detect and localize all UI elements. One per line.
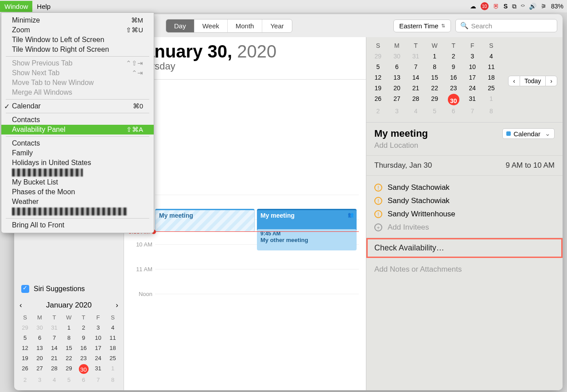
calendar-day[interactable]: 24 xyxy=(463,83,482,93)
calendar-select[interactable]: Calendar xyxy=(502,128,555,139)
calendar-day[interactable]: 3 xyxy=(92,323,105,332)
calendar-day[interactable]: 8 xyxy=(426,62,444,72)
calendar-day[interactable]: 29 xyxy=(426,94,444,105)
location-field[interactable]: Add Location xyxy=(374,141,555,150)
calendar-day[interactable]: 31 xyxy=(407,51,425,61)
calendar-day[interactable]: 1 xyxy=(62,323,75,332)
calendar-day[interactable]: 6 xyxy=(77,376,90,384)
calendar-day[interactable]: 25 xyxy=(106,354,119,362)
menu-availability-panel[interactable]: Availability Panel⇧⌘A xyxy=(1,125,154,135)
calendar-day[interactable]: 29 xyxy=(62,364,75,374)
calendar-day[interactable]: 25 xyxy=(482,83,501,93)
calendar-day[interactable]: 16 xyxy=(444,73,462,82)
calendar-day[interactable]: 4 xyxy=(482,51,501,61)
calendar-day[interactable]: 28 xyxy=(48,364,61,374)
menu-calendar-window[interactable]: Calendar⌘0 xyxy=(1,101,154,111)
calendar-day[interactable]: 17 xyxy=(92,344,105,352)
add-invitees[interactable]: Add Invitees xyxy=(374,221,555,234)
check-availability-button[interactable]: Check Availability… xyxy=(366,238,563,258)
calendar-day[interactable]: 9 xyxy=(77,334,90,342)
notes-field[interactable]: Add Notes or Attachments xyxy=(366,258,563,281)
calendar-day[interactable]: 13 xyxy=(33,344,46,352)
sidebar-siri-suggestions[interactable]: Siri Suggestions xyxy=(14,282,124,296)
calendar-day[interactable]: 30 xyxy=(33,323,46,332)
calendar-day[interactable]: 2 xyxy=(444,51,462,61)
calendar-day[interactable]: 23 xyxy=(444,83,462,93)
calendar-day[interactable]: 23 xyxy=(77,354,90,362)
calendar-day[interactable]: 7 xyxy=(48,334,61,342)
volume-icon[interactable]: 🔊 xyxy=(529,3,536,10)
calendar-day[interactable]: 22 xyxy=(426,83,444,93)
today-button[interactable]: Today xyxy=(520,76,545,86)
calendar-day[interactable]: 2 xyxy=(369,106,387,116)
calendar-day[interactable]: 18 xyxy=(106,344,119,352)
calendar-day[interactable]: 5 xyxy=(369,62,387,72)
calendar-day[interactable]: 1 xyxy=(426,51,444,61)
menu-minimize[interactable]: Minimize⌘M xyxy=(1,15,154,25)
calendar-day[interactable]: 26 xyxy=(19,364,31,374)
view-segmented-control[interactable]: Day Week Month Year xyxy=(166,19,292,33)
window-menu-dropdown[interactable]: Minimize⌘M Zoom⇧⌘U Tile Window to Left o… xyxy=(1,12,154,233)
calendar-day[interactable]: 21 xyxy=(407,83,425,93)
calendar-day[interactable]: 1 xyxy=(106,364,119,374)
menu-help[interactable]: Help xyxy=(32,1,55,12)
calendar-day[interactable]: 31 xyxy=(463,94,482,105)
menu-bring-all-front[interactable]: Bring All to Front xyxy=(1,220,154,230)
calendar-day[interactable]: 29 xyxy=(369,51,387,61)
notification-icon[interactable]: 10 xyxy=(481,2,489,10)
calendar-day[interactable]: 24 xyxy=(92,354,105,362)
menu-tile-left[interactable]: Tile Window to Left of Screen xyxy=(1,35,154,45)
calendar-day[interactable]: 14 xyxy=(407,73,425,82)
menu-zoom[interactable]: Zoom⇧⌘U xyxy=(1,25,154,35)
checkbox-icon[interactable] xyxy=(21,285,29,293)
calendar-day[interactable]: 30 xyxy=(448,94,459,105)
view-week[interactable]: Week xyxy=(194,19,228,32)
calendar-day[interactable]: 26 xyxy=(369,94,387,105)
calendar-day[interactable]: 20 xyxy=(388,83,406,93)
menu-holidays[interactable]: Holidays in United States xyxy=(1,158,154,168)
calendar-day[interactable]: 18 xyxy=(482,73,501,82)
next-button[interactable]: › xyxy=(545,76,557,86)
calendar-day[interactable]: 2 xyxy=(77,323,90,332)
calendar-day[interactable]: 19 xyxy=(19,354,31,362)
search-input[interactable]: 🔍 Search xyxy=(455,19,557,32)
view-month[interactable]: Month xyxy=(228,19,263,32)
calendar-day[interactable]: 3 xyxy=(388,106,406,116)
calendar-day[interactable]: 6 xyxy=(444,106,462,116)
invitee-row[interactable]: !Sandy Writtenhouse xyxy=(374,208,555,221)
calendar-day[interactable]: 12 xyxy=(19,344,31,352)
view-day[interactable]: Day xyxy=(166,19,194,32)
calendar-day[interactable]: 8 xyxy=(482,106,501,116)
menu-bucket-list[interactable]: My Bucket List xyxy=(1,177,154,187)
menu-contacts[interactable]: Contacts xyxy=(1,115,154,125)
calendar-day[interactable]: 28 xyxy=(407,94,425,105)
mini-next-month[interactable]: › xyxy=(116,301,118,310)
calendar-day[interactable]: 9 xyxy=(444,62,462,72)
calendar-day[interactable]: 10 xyxy=(463,62,482,72)
calendar-day[interactable]: 11 xyxy=(106,334,119,342)
menu-contacts-2[interactable]: Contacts xyxy=(1,138,154,148)
calendar-day[interactable]: 5 xyxy=(426,106,444,116)
calendar-day[interactable]: 22 xyxy=(62,354,75,362)
calendar-day[interactable]: 29 xyxy=(19,323,31,332)
calendar-day[interactable]: 8 xyxy=(106,376,119,384)
menu-weather[interactable]: Weather xyxy=(1,197,154,207)
calendar-day[interactable]: 7 xyxy=(463,106,482,116)
calendar-day[interactable]: 8 xyxy=(62,334,75,342)
menu-redacted-1[interactable] xyxy=(1,168,154,177)
month-picker[interactable]: SMTWTFS293031123456789101112131415161718… xyxy=(366,37,503,122)
calendar-day[interactable]: 6 xyxy=(33,334,46,342)
calendar-day[interactable]: 17 xyxy=(463,73,482,82)
calendar-day[interactable]: 27 xyxy=(33,364,46,374)
calendar-day[interactable]: 31 xyxy=(48,323,61,332)
calendar-day[interactable]: 2 xyxy=(19,376,31,384)
invitee-row[interactable]: !Sandy Stachowiak xyxy=(374,194,555,208)
event-when[interactable]: Thursday, Jan 309 AM to 10 AM xyxy=(374,161,555,170)
view-year[interactable]: Year xyxy=(262,19,291,32)
calendar-day[interactable]: 5 xyxy=(19,334,31,342)
calendar-day[interactable]: 1 xyxy=(482,94,501,105)
calendar-day[interactable]: 15 xyxy=(62,344,75,352)
calendar-day[interactable]: 31 xyxy=(92,364,105,374)
calendar-day[interactable]: 12 xyxy=(369,73,387,82)
menu-family[interactable]: Family xyxy=(1,148,154,158)
